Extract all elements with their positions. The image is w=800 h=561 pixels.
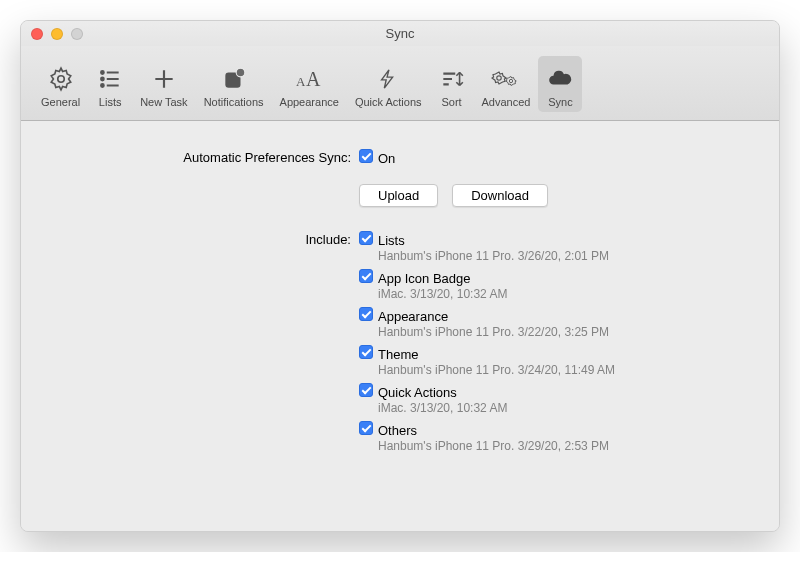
sync-panel: Automatic Preferences Sync: On Upload Do…	[21, 121, 779, 531]
include-label: Include:	[61, 231, 351, 453]
traffic-lights	[31, 28, 83, 40]
include-checkbox-row[interactable]: Lists	[359, 231, 405, 248]
tab-lists[interactable]: Lists	[88, 56, 132, 112]
tab-advanced[interactable]: Advanced	[474, 56, 539, 112]
tab-label: Quick Actions	[355, 96, 422, 108]
window-title: Sync	[31, 26, 769, 41]
font-size-icon: AA	[294, 64, 324, 94]
include-item-meta: Hanbum's iPhone 11 Pro. 3/29/20, 2:53 PM	[378, 439, 739, 453]
tab-label: Notifications	[204, 96, 264, 108]
tab-appearance[interactable]: AA Appearance	[272, 56, 347, 112]
tab-label: Sort	[441, 96, 461, 108]
zoom-button	[71, 28, 83, 40]
include-item-quick-actions: Quick Actions iMac. 3/13/20, 10:32 AM	[359, 383, 739, 415]
include-checkbox[interactable]	[359, 269, 373, 283]
tab-notifications[interactable]: Notifications	[196, 56, 272, 112]
tab-label: General	[41, 96, 80, 108]
include-item-label: Quick Actions	[378, 385, 457, 400]
include-checkbox[interactable]	[359, 307, 373, 321]
include-checkbox[interactable]	[359, 383, 373, 397]
tab-quick-actions[interactable]: Quick Actions	[347, 56, 430, 112]
titlebar: Sync	[21, 21, 779, 46]
auto-sync-field[interactable]: On	[359, 149, 395, 166]
gear-icon	[48, 64, 74, 94]
gears-icon	[491, 64, 521, 94]
sort-icon	[439, 64, 465, 94]
svg-point-16	[497, 76, 501, 80]
bolt-icon	[377, 64, 399, 94]
upload-button[interactable]: Upload	[359, 184, 438, 207]
auto-sync-value: On	[378, 151, 395, 166]
tab-sort[interactable]: Sort	[430, 56, 474, 112]
preferences-window: Sync General Lists New Task Notification…	[20, 20, 780, 532]
tab-label: Sync	[548, 96, 572, 108]
include-checkbox-row[interactable]: Theme	[359, 345, 418, 362]
plus-icon	[151, 64, 177, 94]
tab-label: Appearance	[280, 96, 339, 108]
include-checkbox-row[interactable]: Others	[359, 421, 417, 438]
svg-text:A: A	[296, 74, 306, 89]
include-checkbox-row[interactable]: App Icon Badge	[359, 269, 471, 286]
include-checkbox-row[interactable]: Appearance	[359, 307, 448, 324]
include-item-label: Lists	[378, 233, 405, 248]
tab-label: Advanced	[482, 96, 531, 108]
include-item-label: Appearance	[378, 309, 448, 324]
svg-point-3	[101, 78, 104, 81]
include-checkbox[interactable]	[359, 231, 373, 245]
svg-point-5	[101, 84, 104, 87]
include-checkbox[interactable]	[359, 345, 373, 359]
close-button[interactable]	[31, 28, 43, 40]
tab-sync[interactable]: Sync	[538, 56, 582, 112]
list-icon	[97, 64, 123, 94]
include-item-label: App Icon Badge	[378, 271, 471, 286]
tab-general[interactable]: General	[33, 56, 88, 112]
include-item-app-icon-badge: App Icon Badge iMac. 3/13/20, 10:32 AM	[359, 269, 739, 301]
cloud-icon	[546, 64, 574, 94]
include-item-meta: iMac. 3/13/20, 10:32 AM	[378, 287, 739, 301]
badge-icon	[221, 64, 247, 94]
include-checkbox[interactable]	[359, 421, 373, 435]
svg-point-1	[101, 71, 104, 74]
include-item-lists: Lists Hanbum's iPhone 11 Pro. 3/26/20, 2…	[359, 231, 739, 263]
preferences-toolbar: General Lists New Task Notifications AA …	[21, 46, 779, 121]
include-list: Lists Hanbum's iPhone 11 Pro. 3/26/20, 2…	[359, 231, 739, 453]
include-item-others: Others Hanbum's iPhone 11 Pro. 3/29/20, …	[359, 421, 739, 453]
include-item-meta: iMac. 3/13/20, 10:32 AM	[378, 401, 739, 415]
tab-new-task[interactable]: New Task	[132, 56, 195, 112]
include-item-label: Theme	[378, 347, 418, 362]
include-item-meta: Hanbum's iPhone 11 Pro. 3/22/20, 3:25 PM	[378, 325, 739, 339]
tab-label: Lists	[99, 96, 122, 108]
auto-sync-label: Automatic Preferences Sync:	[61, 149, 351, 166]
include-item-theme: Theme Hanbum's iPhone 11 Pro. 3/24/20, 1…	[359, 345, 739, 377]
include-item-meta: Hanbum's iPhone 11 Pro. 3/26/20, 2:01 PM	[378, 249, 739, 263]
include-item-label: Others	[378, 423, 417, 438]
include-item-appearance: Appearance Hanbum's iPhone 11 Pro. 3/22/…	[359, 307, 739, 339]
minimize-button[interactable]	[51, 28, 63, 40]
svg-point-0	[57, 76, 64, 83]
auto-sync-checkbox[interactable]	[359, 149, 373, 163]
svg-point-17	[509, 79, 512, 82]
tab-label: New Task	[140, 96, 187, 108]
svg-point-10	[236, 68, 245, 77]
include-checkbox-row[interactable]: Quick Actions	[359, 383, 457, 400]
download-button[interactable]: Download	[452, 184, 548, 207]
include-item-meta: Hanbum's iPhone 11 Pro. 3/24/20, 11:49 A…	[378, 363, 739, 377]
svg-text:A: A	[306, 68, 321, 90]
